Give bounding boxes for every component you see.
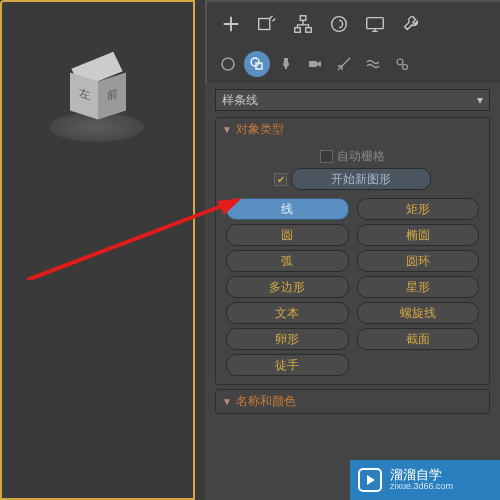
shape-ellipse-button[interactable]: 椭圆 [357,224,480,246]
motion-tab-icon[interactable] [323,8,355,40]
shape-arc-button[interactable]: 弧 [226,250,349,272]
command-panel: 样条线 ▼ 对象类型 自动栅格 开始新图形 线 矩形 圆 椭圆 弧 [205,0,500,500]
chevron-down-icon: ▼ [222,396,232,407]
dropdown-label: 样条线 [222,92,258,109]
shape-circle-button[interactable]: 圆 [226,224,349,246]
autogrid-label: 自动栅格 [337,148,385,165]
rollout-header[interactable]: ▼ 对象类型 [216,118,489,141]
newshape-checkbox[interactable] [274,173,287,186]
shape-text-button[interactable]: 文本 [226,302,349,324]
hierarchy-tab-icon[interactable] [287,8,319,40]
watermark-badge: 溜溜自学 zixue.3d66.com [350,460,500,500]
badge-main: 溜溜自学 [390,467,442,482]
shape-rectangle-button[interactable]: 矩形 [357,198,480,220]
utilities-tab-icon[interactable] [395,8,427,40]
play-icon [358,468,382,492]
subcategory-dropdown[interactable]: 样条线 [215,89,490,111]
svg-rect-2 [295,27,301,32]
annotation-arrow [27,198,242,280]
shape-helix-button[interactable]: 螺旋线 [357,302,480,324]
spacewarps-category-icon[interactable] [360,51,386,77]
display-tab-icon[interactable] [359,8,391,40]
object-type-rollout: ▼ 对象类型 自动栅格 开始新图形 线 矩形 圆 椭圆 弧 圆环 多边形 [215,117,490,385]
modify-tab-icon[interactable] [251,8,283,40]
new-shape-button[interactable]: 开始新图形 [291,168,431,190]
shape-line-button[interactable]: 线 [226,198,349,220]
autogrid-checkbox[interactable] [320,150,333,163]
svg-line-12 [27,204,227,280]
rollout-title: 对象类型 [236,121,284,138]
viewcube-gizmo[interactable]: 左 前 [37,37,157,157]
shape-donut-button[interactable]: 圆环 [357,250,480,272]
shape-section-button[interactable]: 截面 [357,328,480,350]
svg-rect-0 [259,18,270,29]
svg-point-7 [251,58,259,66]
category-toolbar [205,45,500,83]
svg-point-11 [403,65,408,70]
svg-rect-9 [309,61,317,67]
helpers-category-icon[interactable] [331,51,357,77]
rollout-header[interactable]: ▼ 名称和颜色 [216,390,489,413]
main-tab-toolbar [205,0,500,45]
svg-point-10 [397,59,403,65]
svg-point-6 [222,58,234,70]
shapes-category-icon[interactable] [244,51,270,77]
svg-rect-1 [300,15,306,20]
chevron-down-icon: ▼ [222,124,232,135]
shape-freehand-button[interactable]: 徒手 [226,354,349,376]
shape-star-button[interactable]: 星形 [357,276,480,298]
rollout-title: 名称和颜色 [236,393,296,410]
autogrid-row[interactable]: 自动栅格 [222,148,483,165]
shape-ngon-button[interactable]: 多边形 [226,276,349,298]
systems-category-icon[interactable] [389,51,415,77]
svg-rect-3 [306,27,312,32]
shape-egg-button[interactable]: 卵形 [226,328,349,350]
name-color-rollout: ▼ 名称和颜色 [215,389,490,414]
svg-marker-13 [217,198,242,215]
create-tab-icon[interactable] [215,8,247,40]
lights-category-icon[interactable] [273,51,299,77]
svg-point-4 [332,16,347,31]
badge-sub: zixue.3d66.com [390,482,453,492]
svg-rect-5 [367,17,384,28]
shape-button-grid: 线 矩形 圆 椭圆 弧 圆环 多边形 星形 文本 螺旋线 卵形 截面 徒手 [222,198,483,376]
cameras-category-icon[interactable] [302,51,328,77]
geometry-category-icon[interactable] [215,51,241,77]
